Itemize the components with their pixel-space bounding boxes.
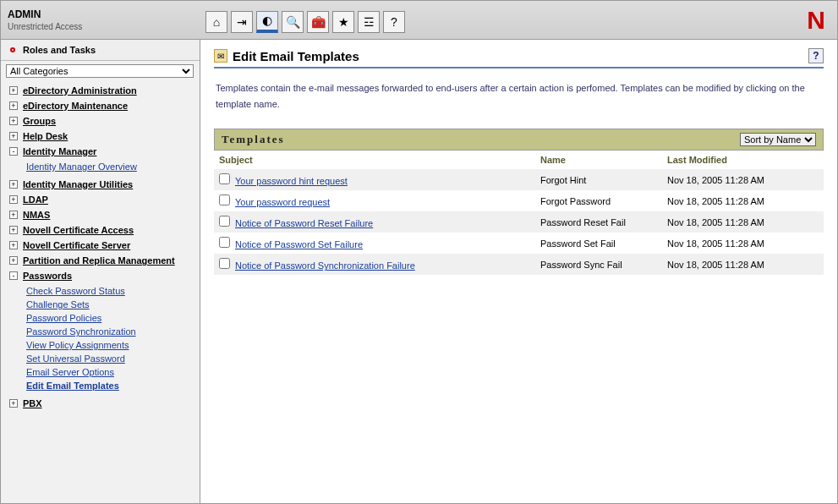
nav-category-link[interactable]: Groups xyxy=(23,116,56,126)
roles-section-icon xyxy=(6,43,19,57)
page-title: Edit Email Templates xyxy=(233,49,359,63)
col-subject: Subject xyxy=(214,151,535,169)
nav-sublink[interactable]: Password Synchronization xyxy=(26,325,200,338)
col-name: Name xyxy=(535,151,662,169)
row-checkbox[interactable] xyxy=(219,258,230,269)
expand-icon[interactable]: + xyxy=(9,101,18,110)
row-checkbox[interactable] xyxy=(219,216,230,227)
template-last-modified: Nov 18, 2005 11:28 AM xyxy=(662,190,824,211)
template-subject-link[interactable]: Your password hint request xyxy=(235,176,348,186)
access-subtitle: Unrestricted Access xyxy=(8,22,199,31)
expand-icon[interactable]: + xyxy=(9,226,18,234)
expand-icon[interactable]: + xyxy=(9,132,18,140)
nav-sublink[interactable]: Set Universal Password xyxy=(26,352,200,365)
nav-category-link[interactable]: PBX xyxy=(23,398,42,408)
template-name: Forgot Hint xyxy=(535,169,662,190)
template-subject-link[interactable]: Notice of Password Synchronization Failu… xyxy=(235,260,415,271)
top-toolbar: ⌂⇥◐🔍🧰★☲? xyxy=(205,8,408,33)
template-subject-link[interactable]: Your password request xyxy=(235,197,330,207)
sidebar: Roles and Tasks All Categories +eDirecto… xyxy=(1,40,200,504)
table-row: Notice of Password Synchronization Failu… xyxy=(214,254,824,275)
nav-sublink[interactable]: View Policy Assignments xyxy=(26,338,200,352)
nav-category-link[interactable]: NMAS xyxy=(23,210,50,220)
expand-icon[interactable]: + xyxy=(9,195,18,204)
help-icon[interactable]: ? xyxy=(383,11,405,33)
nav-sublink[interactable]: Edit Email Templates xyxy=(26,379,200,392)
template-last-modified: Nov 18, 2005 11:28 AM xyxy=(662,233,824,254)
nav-category-link[interactable]: Help Desk xyxy=(23,131,68,141)
nav-node: +Groups xyxy=(1,113,200,129)
expand-icon[interactable]: + xyxy=(9,180,18,189)
nav-node: +eDirectory Maintenance xyxy=(1,98,200,113)
home-icon[interactable]: ⌂ xyxy=(205,11,227,33)
favorite-icon[interactable]: ★ xyxy=(332,11,354,33)
collapse-icon[interactable]: - xyxy=(9,271,18,280)
template-name: Password Sync Fail xyxy=(535,254,662,275)
row-checkbox[interactable] xyxy=(219,194,230,205)
nav-sublink[interactable]: Identity Manager Overview xyxy=(26,160,200,173)
template-last-modified: Nov 18, 2005 11:28 AM xyxy=(662,211,824,233)
row-checkbox[interactable] xyxy=(219,173,230,184)
nav-node: +eDirectory Administration xyxy=(1,83,200,98)
app-header: ADMIN Unrestricted Access ⌂⇥◐🔍🧰★☲? N xyxy=(1,1,837,40)
table-row: Notice of Password Set FailurePassword S… xyxy=(214,233,824,254)
novell-logo-icon: N xyxy=(807,6,825,35)
expand-icon[interactable]: + xyxy=(9,399,18,408)
template-subject-link[interactable]: Notice of Password Set Failure xyxy=(235,239,363,249)
sort-select[interactable]: Sort by Name xyxy=(740,133,816,146)
template-name: Forgot Password xyxy=(535,190,662,211)
expand-icon[interactable]: + xyxy=(9,117,18,125)
template-last-modified: Nov 18, 2005 11:28 AM xyxy=(662,169,824,190)
list-icon[interactable]: ☲ xyxy=(358,11,380,33)
nav-category-link[interactable]: Passwords xyxy=(23,271,72,281)
templates-panel-title: Templates xyxy=(222,133,285,146)
exit-icon[interactable]: ⇥ xyxy=(231,11,253,33)
nav-category-link[interactable]: Identity Manager Utilities xyxy=(23,179,133,189)
nav-sublink[interactable]: Challenge Sets xyxy=(26,298,200,311)
nav-node: +PBX xyxy=(1,396,200,411)
nav-node: +NMAS xyxy=(1,207,200,222)
main-content: ✉ Edit Email Templates ? Templates conta… xyxy=(200,40,837,504)
nav-category-link[interactable]: LDAP xyxy=(23,194,48,205)
tool-icon[interactable]: 🧰 xyxy=(307,11,329,33)
nav-node: +Help Desk xyxy=(1,129,200,144)
row-checkbox[interactable] xyxy=(219,237,230,248)
page-help-button[interactable]: ? xyxy=(808,48,824,63)
nav-category-link[interactable]: Novell Certificate Server xyxy=(23,240,130,250)
collapse-icon[interactable]: - xyxy=(9,147,18,156)
expand-icon[interactable]: + xyxy=(9,241,18,249)
view-icon[interactable]: 🔍 xyxy=(282,11,304,33)
template-name: Password Set Fail xyxy=(535,233,662,254)
page-icon: ✉ xyxy=(214,49,227,63)
expand-icon[interactable]: + xyxy=(9,256,18,265)
nav-sublist: Identity Manager Overview xyxy=(1,159,200,177)
nav-sublink[interactable]: Check Password Status xyxy=(26,284,200,298)
nav-tree: +eDirectory Administration+eDirectory Ma… xyxy=(1,81,200,413)
template-last-modified: Nov 18, 2005 11:28 AM xyxy=(662,254,824,275)
table-row: Your password hint requestForgot HintNov… xyxy=(214,169,824,190)
admin-title: ADMIN xyxy=(8,8,199,20)
nav-category-link[interactable]: Novell Certificate Access xyxy=(23,225,134,235)
nav-sublink[interactable]: Password Policies xyxy=(26,311,200,325)
template-subject-link[interactable]: Notice of Password Reset Failure xyxy=(235,218,373,228)
nav-category-link[interactable]: eDirectory Administration xyxy=(23,85,137,96)
nav-sublist: Check Password StatusChallenge SetsPassw… xyxy=(1,283,200,396)
nav-category-link[interactable]: Identity Manager xyxy=(23,146,96,156)
roles-icon[interactable]: ◐ xyxy=(256,11,278,33)
category-select[interactable]: All Categories xyxy=(6,64,194,78)
nav-sublink[interactable]: Email Server Options xyxy=(26,365,200,379)
nav-node: +Novell Certificate Server xyxy=(1,238,200,253)
nav-node: +Partition and Replica Management xyxy=(1,253,200,268)
nav-node: +Identity Manager Utilities xyxy=(1,177,200,192)
template-name: Password Reset Fail xyxy=(535,211,662,233)
intro-text: Templates contain the e-mail messages fo… xyxy=(214,68,824,129)
nav-category-link[interactable]: Partition and Replica Management xyxy=(23,255,175,266)
roles-section-title: Roles and Tasks xyxy=(23,45,96,55)
nav-category-link[interactable]: eDirectory Maintenance xyxy=(23,101,128,111)
nav-node: -Passwords xyxy=(1,268,200,283)
expand-icon[interactable]: + xyxy=(9,211,18,219)
expand-icon[interactable]: + xyxy=(9,86,18,95)
nav-node: +Novell Certificate Access xyxy=(1,222,200,238)
templates-table: Subject Name Last Modified Your password… xyxy=(214,151,824,275)
nav-node: -Identity Manager xyxy=(1,144,200,159)
